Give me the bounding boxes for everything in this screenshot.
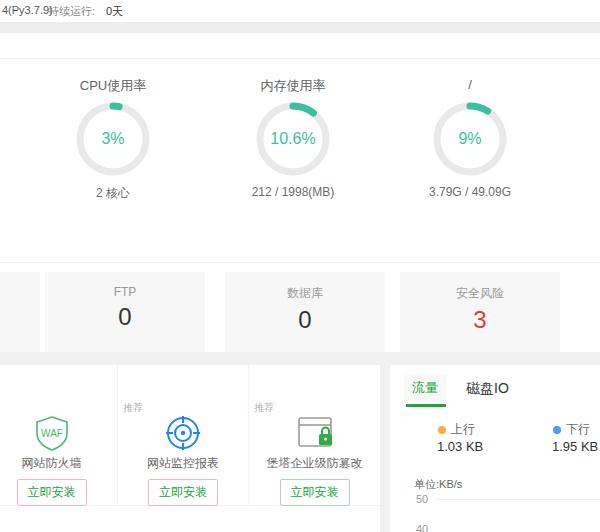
cpu-gauge-title: CPU使用率 xyxy=(33,77,193,95)
uptime-value: 0天 xyxy=(106,4,123,19)
ftp-count: 0 xyxy=(45,303,205,331)
svg-text:WAF: WAF xyxy=(41,428,63,439)
install-now-button[interactable]: 立即安装 xyxy=(280,479,350,506)
divider xyxy=(0,58,600,59)
legend-upstream: 上行 xyxy=(438,421,475,438)
database-label: 数据库 xyxy=(225,285,385,302)
disk-usage-value: 9% xyxy=(430,99,510,179)
legend-downstream: 下行 xyxy=(553,421,590,438)
memory-donut-chart: 10.6% xyxy=(253,99,333,179)
plugin-name: 网站监控报表 xyxy=(118,455,248,472)
install-now-button[interactable]: 立即安装 xyxy=(148,479,218,506)
recommend-badge: 推荐 xyxy=(254,401,274,415)
disk-detail-text: 3.79G / 49.09G xyxy=(390,185,550,199)
database-count: 0 xyxy=(225,306,385,334)
memory-usage-value: 10.6% xyxy=(253,99,333,179)
downstream-dot-icon xyxy=(553,426,561,434)
divider xyxy=(0,262,600,263)
stat-box-cutoff[interactable] xyxy=(0,272,40,352)
tab-disk-io[interactable]: 磁盘IO xyxy=(466,375,509,401)
stat-box-database[interactable]: 数据库 0 xyxy=(225,272,385,352)
disk-donut-chart: 9% xyxy=(430,99,510,179)
chart-unit-label: 单位:KB/s xyxy=(414,477,462,492)
cpu-cores-text: 2 核心 xyxy=(33,185,193,202)
stat-box-ftp[interactable]: FTP 0 xyxy=(45,272,205,352)
plugin-card-waf[interactable]: 推荐 WAF 网站防火墙 立即安装 xyxy=(0,365,118,506)
disk-gauge-title: / xyxy=(390,77,550,95)
memory-gauge[interactable]: 内存使用率 10.6% 212 / 1998(MB) xyxy=(213,77,373,199)
cpu-donut-chart: 3% xyxy=(73,99,153,179)
traffic-chart-panel: 流量 磁盘IO 上行 1.03 KB 下行 1.95 KB 单位:KB/s 50… xyxy=(390,365,600,532)
plugin-name: 堡塔企业级防篡改 xyxy=(249,455,380,472)
install-now-button[interactable]: 立即安装 xyxy=(17,479,87,506)
overview-card: CPU使用率 3% 2 核心 内存使用率 10.6% 212 / 1998(MB… xyxy=(0,33,600,352)
active-tab-underline xyxy=(406,404,446,407)
y-axis-tick: 40 xyxy=(416,523,428,532)
panel-version-text: 4(Py3.7.9) xyxy=(2,4,53,16)
tamper-proof-icon xyxy=(293,415,337,451)
tab-traffic[interactable]: 流量 xyxy=(404,375,446,401)
security-risk-label: 安全风险 xyxy=(400,285,560,302)
recommended-plugins-panel: 推荐 WAF 网站防火墙 立即安装 推荐 xyxy=(0,365,380,532)
top-status-bar: 4(Py3.7.9) 持续运行: 0天 xyxy=(0,0,600,22)
y-axis-tick: 50 xyxy=(416,493,428,505)
ftp-label: FTP xyxy=(45,285,205,299)
chart-gridline xyxy=(436,499,600,500)
plugin-card-tamper-proof[interactable]: 推荐 堡塔企业级防篡改 立即安装 xyxy=(249,365,380,506)
memory-gauge-title: 内存使用率 xyxy=(213,77,373,95)
recommend-badge: 推荐 xyxy=(123,401,143,415)
upstream-value: 1.03 KB xyxy=(437,439,483,454)
waf-shield-icon: WAF xyxy=(30,415,74,451)
monitor-target-icon xyxy=(161,415,205,451)
security-risk-count: 3 xyxy=(400,306,560,334)
upstream-label: 上行 xyxy=(451,422,475,436)
cpu-usage-value: 3% xyxy=(73,99,153,179)
cpu-gauge[interactable]: CPU使用率 3% 2 核心 xyxy=(33,77,193,202)
uptime-label: 持续运行: xyxy=(48,4,95,19)
section-separator xyxy=(0,22,600,33)
plugin-card-monitor[interactable]: 推荐 网站监控报表 立即安装 xyxy=(118,365,249,506)
memory-detail-text: 212 / 1998(MB) xyxy=(213,185,373,199)
dashboard-page: 4(Py3.7.9) 持续运行: 0天 CPU使用率 3% 2 核心 内存使用率 xyxy=(0,0,600,532)
upstream-dot-icon xyxy=(438,426,446,434)
plugin-name: 网站防火墙 xyxy=(0,455,117,472)
downstream-label: 下行 xyxy=(566,422,590,436)
stat-box-security-risk[interactable]: 安全风险 3 xyxy=(400,272,560,352)
disk-gauge[interactable]: / 9% 3.79G / 49.09G xyxy=(390,77,550,199)
downstream-value: 1.95 KB xyxy=(552,439,598,454)
